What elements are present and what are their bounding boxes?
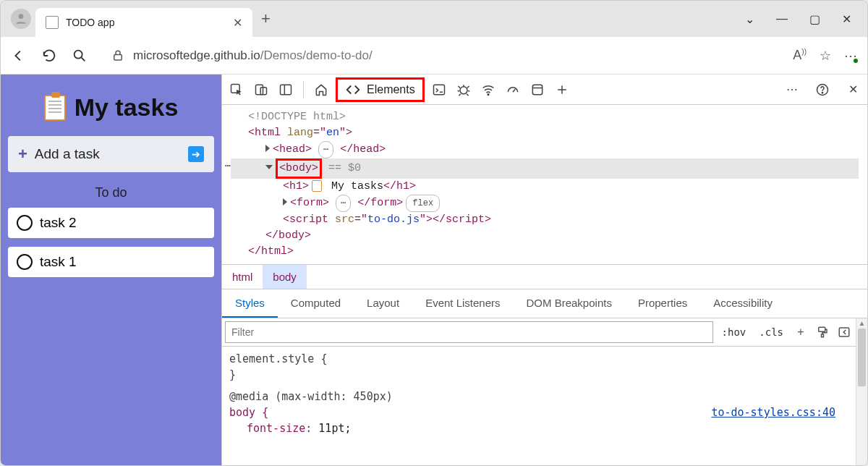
address-bar[interactable]: microsoftedge.github.io/Demos/demo-to-do…: [102, 43, 778, 69]
device-icon[interactable]: [251, 80, 271, 100]
svg-rect-5: [260, 87, 266, 94]
svg-point-0: [19, 14, 24, 19]
add-task-label: Add a task: [35, 146, 188, 162]
help-icon[interactable]: [812, 80, 833, 100]
svg-rect-11: [532, 85, 542, 94]
cls-toggle[interactable]: .cls: [754, 324, 788, 340]
dom-node-body[interactable]: ⋯<body> == $0: [231, 158, 859, 179]
svg-point-1: [75, 50, 82, 58]
devtools-toolbar: Elements ⋯ ✕: [222, 75, 867, 105]
filter-input[interactable]: [225, 321, 713, 343]
svg-rect-8: [433, 85, 444, 94]
dom-node[interactable]: <script src="to-do.js"></script>: [231, 212, 859, 228]
browser-tab[interactable]: TODO app ✕: [35, 8, 252, 37]
svg-point-9: [460, 86, 467, 93]
svg-point-14: [822, 92, 822, 93]
clipboard-icon: [312, 180, 322, 192]
radio-icon[interactable]: [17, 215, 33, 231]
scrollbar[interactable]: ▲: [856, 318, 867, 466]
minimize-icon[interactable]: ―: [776, 12, 788, 26]
add-task-input[interactable]: + Add a task ➔: [8, 136, 214, 172]
network-icon[interactable]: [478, 80, 498, 100]
task-label: task 2: [40, 215, 77, 231]
dom-node[interactable]: </body>: [231, 228, 859, 244]
section-heading: To do: [8, 185, 214, 200]
more-icon[interactable]: ⋯: [782, 80, 802, 100]
submit-arrow-icon[interactable]: ➔: [188, 146, 204, 162]
tab-styles[interactable]: Styles: [222, 289, 278, 318]
refresh-button[interactable]: [41, 48, 57, 64]
dom-node[interactable]: <form> ⋯ </form>flex: [231, 195, 859, 212]
tab-accessibility[interactable]: Accessibility: [700, 289, 786, 318]
url-text: microsoftedge.github.io/Demos/demo-to-do…: [133, 48, 373, 63]
inspect-icon[interactable]: [226, 80, 247, 100]
lock-icon: [110, 48, 126, 64]
task-item[interactable]: task 2: [8, 208, 214, 238]
close-tab-icon[interactable]: ✕: [233, 16, 242, 30]
browser-toolbar: microsoftedge.github.io/Demos/demo-to-do…: [1, 37, 867, 75]
svg-rect-15: [819, 327, 825, 331]
bug-icon[interactable]: [454, 80, 474, 100]
hov-toggle[interactable]: :hov: [718, 324, 751, 340]
console-icon[interactable]: [429, 80, 449, 100]
task-item[interactable]: task 1: [8, 247, 214, 277]
favicon-icon: [46, 16, 59, 29]
crumb-html[interactable]: html: [222, 265, 263, 289]
tab-layout[interactable]: Layout: [354, 289, 412, 318]
chevron-down-icon[interactable]: ⌄: [745, 12, 754, 26]
computed-toggle-icon[interactable]: [835, 323, 853, 341]
menu-icon[interactable]: ⋯: [844, 48, 857, 64]
dom-tree[interactable]: <!DOCTYPE html> <html lang="en"> <head> …: [222, 105, 867, 264]
styles-toolbar: :hov .cls +: [222, 318, 856, 347]
dom-node[interactable]: <html lang="en">: [231, 125, 859, 141]
styles-rules[interactable]: element.style { } @media (max-width: 450…: [222, 347, 856, 441]
plus-icon: +: [18, 145, 27, 164]
dom-node[interactable]: <!DOCTYPE html>: [231, 109, 859, 125]
panel-icon[interactable]: [276, 80, 296, 100]
close-window-icon[interactable]: ✕: [842, 12, 851, 26]
crumb-body[interactable]: body: [263, 265, 307, 289]
clipboard-icon: [44, 95, 66, 121]
devtools-panel: Elements ⋯ ✕ <!DOCTYPE html> <html lang=…: [221, 75, 867, 466]
profile-avatar[interactable]: [11, 9, 31, 29]
breadcrumb: html body: [222, 264, 867, 289]
tab-dom-breakpoints[interactable]: DOM Breakpoints: [514, 289, 625, 318]
add-tool-icon[interactable]: [552, 80, 572, 100]
tab-elements[interactable]: Elements: [336, 77, 425, 102]
tab-properties[interactable]: Properties: [625, 289, 700, 318]
search-icon[interactable]: [72, 48, 88, 64]
dom-node[interactable]: </html>: [231, 244, 859, 260]
dom-node[interactable]: <h1> My tasks</h1>: [231, 179, 859, 195]
tab-title: TODO app: [66, 17, 226, 28]
page-viewport: My tasks + Add a task ➔ To do task 2 tas…: [1, 75, 221, 466]
performance-icon[interactable]: [503, 80, 523, 100]
new-tab-button[interactable]: +: [261, 9, 271, 28]
radio-icon[interactable]: [17, 254, 33, 270]
application-icon[interactable]: [527, 80, 548, 100]
styles-subtabs: Styles Computed Layout Event Listeners D…: [222, 289, 867, 318]
svg-rect-6: [281, 85, 292, 94]
svg-rect-16: [822, 334, 824, 337]
favorite-icon[interactable]: ☆: [820, 48, 831, 64]
paint-icon[interactable]: [814, 323, 831, 341]
svg-rect-2: [114, 54, 122, 60]
home-icon[interactable]: [311, 80, 331, 100]
back-button[interactable]: [11, 48, 27, 64]
new-style-icon[interactable]: +: [792, 323, 809, 341]
page-title: My tasks: [8, 82, 214, 136]
tab-event-listeners[interactable]: Event Listeners: [412, 289, 513, 318]
maximize-icon[interactable]: ▢: [809, 12, 820, 26]
window-titlebar: TODO app ✕ + ⌄ ― ▢ ✕: [1, 1, 867, 37]
task-label: task 1: [40, 254, 77, 270]
svg-point-10: [488, 93, 489, 95]
dom-node[interactable]: <head> ⋯ </head>: [231, 141, 859, 158]
svg-rect-4: [256, 85, 263, 94]
read-aloud-icon[interactable]: A)): [793, 48, 807, 63]
tab-computed[interactable]: Computed: [278, 289, 354, 318]
close-devtools-icon[interactable]: ✕: [843, 80, 863, 100]
source-link[interactable]: to-do-styles.css:40: [711, 404, 835, 420]
